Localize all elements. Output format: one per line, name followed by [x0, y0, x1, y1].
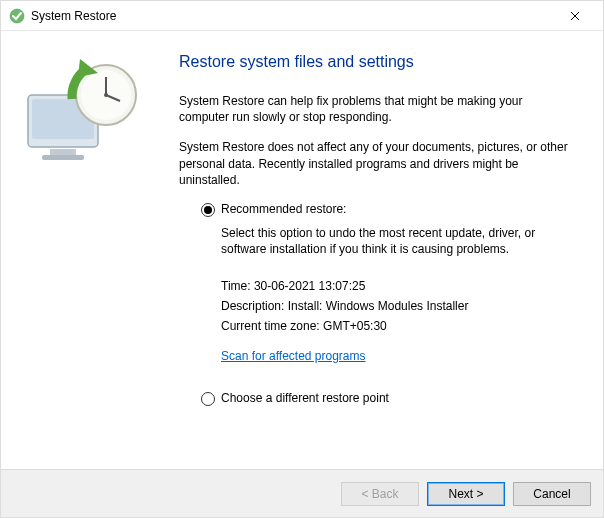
system-restore-window: System Restore [0, 0, 604, 518]
restore-time: Time: 30-06-2021 13:07:25 [221, 279, 573, 293]
time-label: Time: [221, 279, 254, 293]
close-button[interactable] [555, 2, 595, 30]
content-area: Restore system files and settings System… [1, 31, 603, 469]
window-title: System Restore [31, 9, 555, 23]
svg-rect-3 [50, 149, 76, 155]
option-recommended-label: Recommended restore: [221, 202, 346, 216]
description-label: Description: [221, 299, 288, 313]
option-recommended[interactable]: Recommended restore: [201, 202, 573, 217]
recommended-details: Select this option to undo the most rece… [201, 225, 573, 373]
timezone-label: Current time zone: [221, 319, 323, 333]
sidebar [1, 31, 169, 469]
restore-description: Description: Install: Windows Modules In… [221, 299, 573, 313]
option-alternate-label: Choose a different restore point [221, 391, 389, 405]
recommended-description: Select this option to undo the most rece… [221, 225, 573, 257]
back-button: < Back [341, 482, 419, 506]
restore-graphic-icon [20, 53, 150, 168]
radio-recommended[interactable] [201, 203, 215, 217]
description-value: Install: Windows Modules Installer [288, 299, 469, 313]
svg-rect-4 [42, 155, 84, 160]
timezone-value: GMT+05:30 [323, 319, 387, 333]
svg-point-9 [104, 93, 108, 97]
restore-options: Recommended restore: Select this option … [179, 202, 573, 406]
intro-paragraph-1: System Restore can help fix problems tha… [179, 93, 573, 125]
scan-affected-link[interactable]: Scan for affected programs [221, 349, 366, 363]
option-alternate[interactable]: Choose a different restore point [201, 391, 573, 406]
page-heading: Restore system files and settings [179, 53, 573, 71]
restore-timezone: Current time zone: GMT+05:30 [221, 319, 573, 333]
cancel-button[interactable]: Cancel [513, 482, 591, 506]
close-icon [570, 11, 580, 21]
wizard-footer: < Back Next > Cancel [1, 469, 603, 517]
time-value: 30-06-2021 13:07:25 [254, 279, 365, 293]
titlebar: System Restore [1, 1, 603, 31]
system-restore-icon [9, 8, 25, 24]
intro-paragraph-2: System Restore does not affect any of yo… [179, 139, 573, 188]
next-button[interactable]: Next > [427, 482, 505, 506]
main-panel: Restore system files and settings System… [169, 31, 603, 469]
radio-alternate[interactable] [201, 392, 215, 406]
